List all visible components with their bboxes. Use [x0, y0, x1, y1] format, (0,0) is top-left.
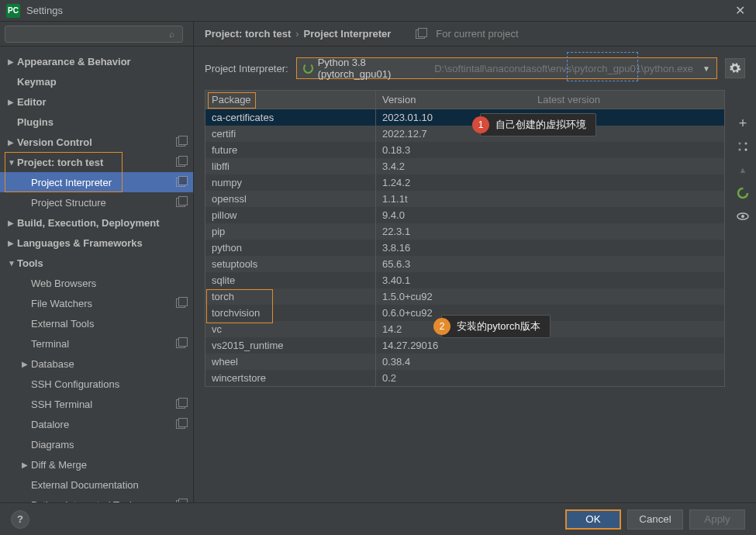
sidebar-item-label: Languages & Frameworks: [17, 237, 193, 249]
apply-button[interactable]: Apply: [689, 509, 745, 530]
table-header[interactable]: Package Version Latest version: [205, 90, 725, 109]
sidebar-item-file-watchers[interactable]: ▶File Watchers: [0, 293, 193, 313]
upgrade-package-button[interactable]: ▲: [733, 160, 753, 180]
sidebar-item-diagrams[interactable]: ▶Diagrams: [0, 434, 193, 454]
cell-latest: [531, 212, 724, 219]
sidebar-item-editor[interactable]: ▶Editor: [0, 91, 193, 112]
copy-icon: [176, 178, 185, 187]
annotation-callout-1: 1 自己创建的虚拟环境: [480, 113, 596, 136]
sidebar-item-project-structure[interactable]: ▶Project Structure: [0, 192, 193, 212]
sidebar-item-diff-merge[interactable]: ▶Diff & Merge: [0, 454, 193, 475]
sidebar-item-plugins[interactable]: ▶Plugins: [0, 112, 193, 132]
sidebar-item-keymap[interactable]: ▶Keymap: [0, 71, 193, 91]
table-row[interactable]: python3.8.16: [205, 240, 724, 256]
expand-arrow-icon: ▶: [8, 219, 17, 227]
remove-package-button[interactable]: [733, 136, 753, 157]
sidebar-item-web-browsers[interactable]: ▶Web Browsers: [0, 273, 193, 293]
copy-icon: [176, 399, 185, 409]
table-row[interactable]: sqlite3.40.1: [205, 272, 724, 288]
interpreter-label: Project Interpreter:: [205, 63, 288, 74]
interpreter-settings-button[interactable]: [725, 58, 745, 78]
svg-point-0: [739, 143, 741, 145]
column-latest[interactable]: Latest version: [531, 91, 724, 109]
expand-arrow-icon: ▼: [8, 259, 17, 268]
table-row[interactable]: numpy1.24.2: [205, 174, 724, 191]
column-version[interactable]: Version: [376, 91, 531, 109]
search-input[interactable]: [5, 26, 183, 43]
sidebar-item-label: Project Structure: [31, 197, 176, 209]
sidebar-item-project-interpreter[interactable]: ▶Project Interpreter: [0, 172, 193, 192]
sidebar-item-tools[interactable]: ▼Tools: [0, 253, 193, 273]
sidebar-item-build-execution-deployment[interactable]: ▶Build, Execution, Deployment: [0, 212, 193, 233]
sidebar-item-version-control[interactable]: ▶Version Control: [0, 132, 193, 152]
sidebar-item-label: Appearance & Behavior: [17, 56, 193, 67]
sidebar-item-project-torch-test[interactable]: ▼Project: torch test: [0, 152, 193, 172]
sidebar-item-external-documentation[interactable]: ▶External Documentation: [0, 475, 193, 495]
sidebar-item-label: SSH Configurations: [31, 378, 193, 390]
column-package[interactable]: Package: [205, 91, 376, 109]
cell-latest: [531, 343, 724, 349]
refresh-button[interactable]: [733, 183, 753, 203]
gear-icon: [729, 62, 741, 74]
table-row[interactable]: wincertstore0.2: [205, 370, 724, 386]
cell-latest: [531, 196, 724, 202]
sidebar-item-label: Diagrams: [31, 439, 193, 450]
table-row[interactable]: wheel0.38.4: [205, 354, 724, 370]
cell-version: 1.24.2: [376, 174, 531, 192]
svg-point-2: [739, 149, 741, 151]
sidebar-item-appearance-behavior[interactable]: ▶Appearance & Behavior: [0, 51, 193, 71]
close-icon[interactable]: ✕: [730, 3, 750, 18]
table-row[interactable]: pip22.3.1: [205, 223, 724, 240]
copy-icon: [176, 299, 185, 308]
cell-package: certifi: [205, 125, 376, 143]
sidebar-item-external-tools[interactable]: ▶External Tools: [0, 313, 193, 333]
table-row[interactable]: setuptools65.6.3: [205, 256, 724, 272]
sidebar-item-terminal[interactable]: ▶Terminal: [0, 333, 193, 354]
cell-version: 65.6.3: [376, 255, 531, 273]
add-package-button[interactable]: +: [733, 113, 753, 133]
cell-package: setuptools: [205, 255, 376, 273]
sidebar-item-label: Version Control: [17, 136, 176, 148]
cell-latest: [531, 245, 724, 251]
cell-package: libffi: [205, 157, 376, 175]
help-button[interactable]: ?: [11, 510, 29, 529]
callout-badge-1: 1: [472, 116, 489, 133]
table-row[interactable]: vs2015_runtime14.27.29016: [205, 337, 724, 354]
sidebar-item-ssh-terminal[interactable]: ▶SSH Terminal: [0, 394, 193, 414]
sidebar-item-label: File Watchers: [31, 298, 176, 309]
cell-package: wincertstore: [205, 369, 376, 387]
search-icon: ⌕: [169, 29, 174, 40]
sidebar-item-database[interactable]: ▶Database: [0, 354, 193, 374]
sidebar-item-languages-frameworks[interactable]: ▶Languages & Frameworks: [0, 233, 193, 253]
copy-icon: [416, 29, 425, 39]
interpreter-path: D:\softintall\anacondasoft\envs\pytorch_…: [434, 63, 693, 74]
cell-latest: [531, 294, 724, 300]
cell-version: 0.18.3: [376, 141, 531, 159]
loading-spinner-icon: [303, 63, 313, 74]
cancel-button[interactable]: Cancel: [627, 509, 683, 530]
expand-arrow-icon: ▶: [8, 57, 17, 66]
ok-button[interactable]: OK: [565, 509, 621, 530]
package-tools: + ▲: [733, 113, 753, 226]
expand-arrow-icon: ▶: [8, 138, 17, 147]
sidebar-item-python-integrated-tools[interactable]: ▶Python Integrated Tools: [0, 495, 193, 502]
table-row[interactable]: openssl1.1.1t: [205, 191, 724, 207]
table-row[interactable]: certifi2022.12.7: [205, 126, 724, 142]
svg-point-4: [738, 188, 747, 198]
cell-package: python: [205, 239, 376, 257]
dialog-footer: ? OK Cancel Apply: [0, 502, 756, 535]
table-row[interactable]: future0.18.3: [205, 142, 724, 158]
table-row[interactable]: libffi3.4.2: [205, 158, 724, 174]
sidebar: ⌕ ▶Appearance & Behavior▶Keymap▶Editor▶P…: [0, 22, 194, 502]
cell-latest: [531, 180, 724, 186]
breadcrumb-project[interactable]: Project: torch test: [205, 28, 291, 40]
interpreter-select[interactable]: Python 3.8 (pytorch_gpu01) D:\softintall…: [296, 57, 717, 79]
sidebar-item-datalore[interactable]: ▶Datalore: [0, 414, 193, 434]
table-row[interactable]: ca-certificates2023.01.10: [205, 109, 724, 126]
sidebar-item-ssh-configurations[interactable]: ▶SSH Configurations: [0, 374, 193, 394]
sidebar-item-label: Editor: [17, 96, 193, 108]
table-row[interactable]: pillow9.4.0: [205, 207, 724, 223]
show-early-releases-button[interactable]: [733, 206, 753, 226]
copy-icon: [176, 198, 185, 207]
table-row[interactable]: torch1.5.0+cu92: [205, 288, 724, 305]
